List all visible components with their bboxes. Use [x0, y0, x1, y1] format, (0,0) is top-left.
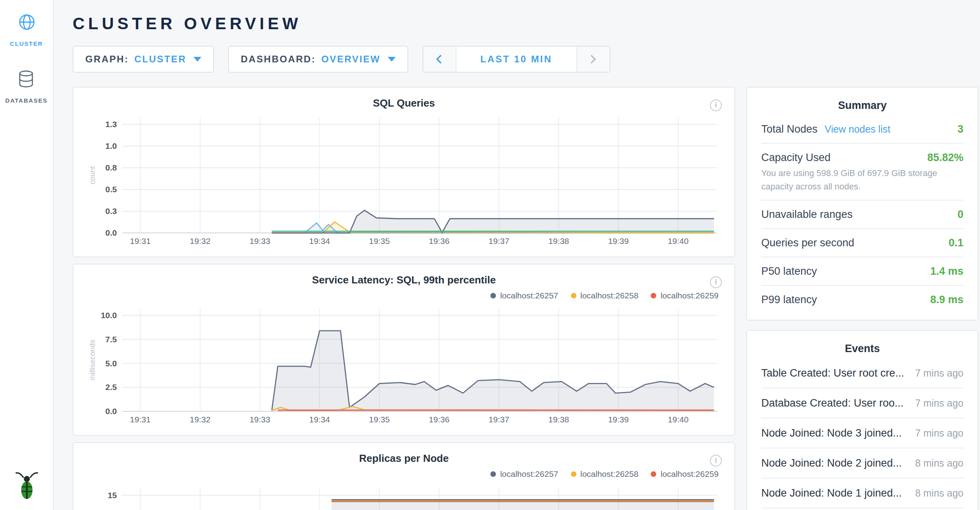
replicas-per-node-chart[interactable]: 19:3119:3219:3319:3419:3519:3619:3719:38…: [86, 481, 722, 510]
svg-text:19:39: 19:39: [608, 415, 629, 424]
legend-dot-icon: [571, 471, 576, 476]
event-text: Node Joined: Node 1 joined...: [761, 487, 902, 499]
summary-label: Unavailable ranges: [761, 208, 852, 220]
legend-dot-icon: [491, 471, 496, 476]
legend-item: localhost:26259: [651, 469, 719, 478]
cockroachdb-logo[interactable]: [0, 471, 53, 501]
side-column: Summary Total Nodes View nodes list 3 Ca…: [746, 87, 978, 510]
legend-dot-icon: [571, 292, 576, 298]
svg-text:milliseconds: milliseconds: [88, 339, 96, 380]
event-time: 7 mins ago: [915, 368, 963, 379]
svg-text:19:40: 19:40: [668, 415, 689, 424]
svg-text:5.0: 5.0: [105, 359, 117, 368]
legend-item: localhost:26259: [651, 291, 719, 300]
info-icon[interactable]: i: [710, 276, 722, 288]
charts-column: SQL Queries i 19:3119:3219:3319:3419:351…: [73, 87, 735, 510]
svg-text:19:35: 19:35: [369, 236, 390, 246]
legend-dot-icon: [651, 471, 657, 476]
svg-text:19:36: 19:36: [429, 415, 450, 424]
service-latency-chart[interactable]: 19:3119:3219:3319:3419:3519:3619:3719:38…: [86, 302, 722, 427]
events-title: Events: [761, 336, 963, 358]
legend-item: localhost:26257: [491, 291, 558, 300]
event-row: Node Joined: Node 1 joined... 8 mins ago: [761, 478, 963, 508]
legend-item: localhost:26257: [491, 469, 558, 478]
event-row: Database Created: User roo... 7 mins ago: [761, 388, 963, 418]
legend-dot-icon: [491, 292, 496, 298]
graph-dropdown[interactable]: GRAPH: CLUSTER: [73, 46, 214, 73]
event-text: Node Joined: Node 2 joined...: [761, 457, 902, 469]
chevron-down-icon: [193, 57, 201, 62]
replicas-per-node-card: Replicas per Node i localhost:26257local…: [73, 442, 735, 510]
summary-label: Total Nodes: [761, 123, 818, 135]
graph-dropdown-label: GRAPH:: [85, 54, 129, 65]
svg-text:19:38: 19:38: [548, 415, 569, 424]
svg-text:19:38: 19:38: [548, 236, 569, 246]
event-text: Table Created: User root cre...: [761, 367, 904, 379]
sidebar-item-label: DATABASES: [5, 97, 47, 104]
main-content: CLUSTER OVERVIEW GRAPH: CLUSTER DASHBOAR…: [54, 0, 980, 510]
dashboard-controls: GRAPH: CLUSTER DASHBOARD: OVERVIEW LAST …: [73, 46, 980, 73]
event-time: 8 mins ago: [915, 488, 963, 499]
summary-panel: Summary Total Nodes View nodes list 3 Ca…: [746, 87, 978, 321]
sidebar-item-cluster[interactable]: CLUSTER: [10, 13, 43, 47]
summary-label: Capacity Used: [761, 152, 831, 163]
legend-item: localhost:26258: [571, 469, 638, 478]
svg-text:19:34: 19:34: [309, 236, 330, 246]
legend-dot-icon: [651, 292, 657, 298]
svg-text:10.0: 10.0: [101, 311, 117, 320]
capacity-subtitle: You are using 598.9 GiB of 697.9 GiB sto…: [761, 163, 963, 193]
time-range-label[interactable]: LAST 10 MIN: [456, 47, 576, 72]
sidebar-item-label: CLUSTER: [10, 40, 43, 47]
svg-text:0.0: 0.0: [105, 228, 117, 237]
svg-text:0.8: 0.8: [105, 163, 117, 172]
svg-text:19:37: 19:37: [488, 415, 509, 424]
event-time: 7 mins ago: [915, 398, 963, 409]
database-icon: [18, 69, 35, 92]
svg-text:15: 15: [108, 491, 117, 500]
time-next-button[interactable]: [576, 47, 610, 72]
svg-text:19:39: 19:39: [608, 236, 629, 246]
sidebar: CLUSTER DATABASES: [0, 0, 54, 510]
info-icon[interactable]: i: [710, 455, 722, 467]
svg-text:7.5: 7.5: [105, 335, 117, 344]
sql-queries-chart[interactable]: 19:3119:3219:3319:3419:3519:3619:3719:38…: [86, 111, 722, 249]
sql-queries-card: SQL Queries i 19:3119:3219:3319:3419:351…: [73, 87, 735, 257]
view-nodes-list-link[interactable]: View nodes list: [825, 124, 890, 135]
sidebar-item-databases[interactable]: DATABASES: [5, 69, 47, 104]
dashboard-dropdown-value: OVERVIEW: [321, 54, 381, 65]
summary-row-capacity: Capacity Used 85.82% You are using 598.9…: [761, 144, 963, 201]
svg-text:19:32: 19:32: [190, 236, 211, 246]
event-time: 7 mins ago: [915, 428, 963, 439]
svg-text:19:32: 19:32: [190, 415, 211, 424]
svg-text:0.5: 0.5: [105, 185, 117, 194]
summary-label: P50 latency: [761, 265, 817, 277]
chart-legend: localhost:26257localhost:26258localhost:…: [86, 468, 719, 479]
event-row: Table Created: User root cre... 7 mins a…: [761, 358, 963, 388]
chevron-down-icon: [388, 57, 396, 62]
summary-row-p99-latency: P99 latency 8.9 ms: [761, 286, 963, 313]
event-text: Node Joined: Node 3 joined...: [761, 427, 902, 439]
chart-title: Service Latency: SQL, 99th percentile: [86, 272, 722, 288]
svg-text:19:34: 19:34: [309, 415, 330, 424]
legend-item: localhost:26258: [571, 291, 638, 300]
event-row: Node Joined: Node 2 joined... 8 mins ago: [761, 448, 963, 478]
svg-text:19:31: 19:31: [130, 415, 151, 424]
svg-text:2.5: 2.5: [105, 382, 117, 392]
events-panel: Events Table Created: User root cre... 7…: [746, 330, 978, 510]
summary-row-queries-per-second: Queries per second 0.1: [761, 229, 963, 257]
svg-text:19:36: 19:36: [429, 236, 450, 246]
svg-text:19:40: 19:40: [668, 236, 689, 246]
summary-value: 1.4 ms: [930, 265, 963, 277]
svg-text:19:31: 19:31: [130, 236, 151, 246]
chart-title: SQL Queries: [86, 96, 722, 111]
info-icon[interactable]: i: [710, 99, 722, 111]
svg-text:1.3: 1.3: [105, 120, 117, 129]
svg-text:0.3: 0.3: [105, 206, 117, 216]
summary-label: Queries per second: [761, 237, 854, 249]
dashboard-dropdown[interactable]: DASHBOARD: OVERVIEW: [228, 46, 408, 73]
svg-text:19:33: 19:33: [250, 236, 270, 246]
globe-icon: [17, 13, 36, 35]
time-prev-button[interactable]: [423, 47, 456, 72]
svg-text:19:33: 19:33: [250, 415, 270, 424]
service-latency-card: Service Latency: SQL, 99th percentile i …: [73, 264, 735, 436]
